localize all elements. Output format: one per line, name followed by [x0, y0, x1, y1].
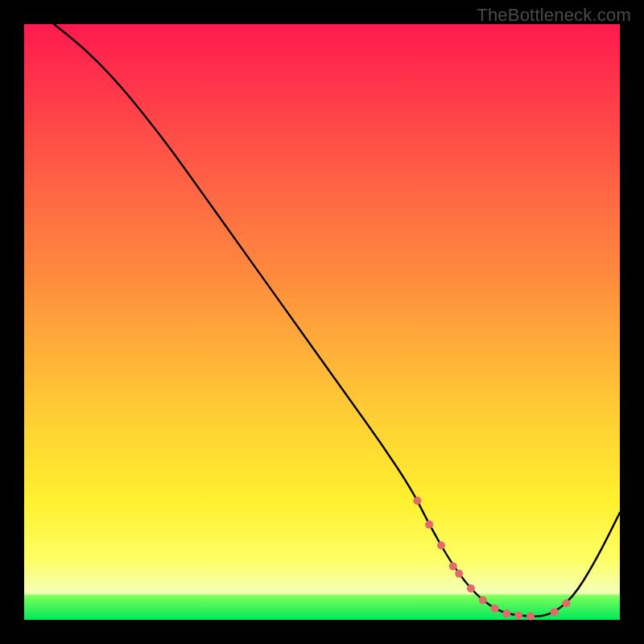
optimal-dot: [491, 605, 499, 613]
optimal-dot: [425, 521, 433, 529]
optimal-dot: [551, 608, 559, 616]
optimal-dot: [562, 600, 570, 608]
bottleneck-curve-path: [54, 24, 620, 617]
optimal-dot: [479, 597, 487, 605]
watermark-text: TheBottleneck.com: [477, 5, 631, 26]
optimal-dot: [526, 613, 535, 621]
optimal-zone-dots: [413, 497, 570, 621]
optimal-dot: [449, 562, 457, 570]
optimal-dot: [467, 584, 475, 592]
bottleneck-curve-svg: [24, 24, 620, 620]
optimal-dot: [413, 497, 421, 505]
chart-stage: TheBottleneck.com: [0, 0, 644, 644]
plot-area: [24, 24, 620, 620]
optimal-dot: [514, 612, 522, 620]
optimal-dot: [455, 570, 463, 578]
optimal-dot: [502, 609, 510, 617]
optimal-dot: [437, 542, 445, 550]
